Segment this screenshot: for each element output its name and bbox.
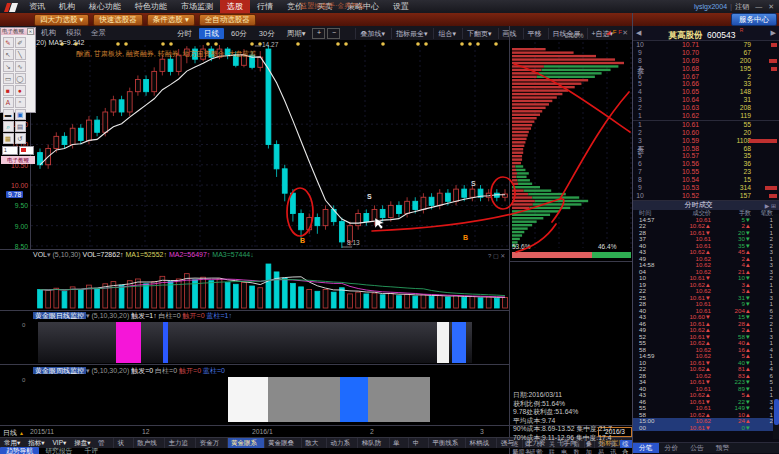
toolbar-tab-模拟[interactable]: 模拟 [61,28,86,38]
toolbar-tab-全景[interactable]: 全景 [86,28,111,38]
order-book-row[interactable]: 1010.52157 [633,192,779,200]
quote-tab-预警[interactable]: 预警 [710,443,736,453]
drawing-palette[interactable]: 电子教鞭 ✕ ✎✐↖╲↘∿▭◯■●Aⁿ▬▣⌕▤▦↺ 1 电子教鞭 [0,27,36,113]
logout-link[interactable]: 注销 [735,2,749,12]
toolbar-tab-机构[interactable]: 机构 [36,28,61,38]
info-tab-资讯[interactable]: 资讯 [608,440,620,448]
order-book-row[interactable]: 110.62119 [633,112,779,120]
template-tab-散大户[interactable]: 散大户 [302,438,327,448]
quote-tab-分笔[interactable]: 分笔 [633,443,659,453]
subnav-tab-千评[interactable]: 千评 [78,447,104,454]
panel-control-icons[interactable]: ? ▢ ✕ [488,252,505,259]
chip-panel-icons[interactable]: ◢ F F [606,28,622,35]
template-tab-黄金眼叠加[interactable]: 黄金眼叠加 [265,438,302,448]
template-tab-平衡线系统[interactable]: 平衡线系统 [429,438,466,448]
template-tab-主力追踪[interactable]: 主力追踪 [165,438,196,448]
menu-item-设置[interactable]: 设置 [386,0,416,13]
color-select[interactable] [19,146,35,155]
indicator2-header[interactable]: 黄金眼日线监控▾ (5,10,30,20) 触发=1↑ 白柱=0 触开=0 蓝柱… [33,311,232,321]
quote-tab-公告[interactable]: 公告 [684,443,710,453]
thick-line-icon[interactable]: ▬ [3,109,14,120]
template-tab-状态[interactable]: 状态 [114,438,134,448]
tick-row[interactable]: 0010.61▼0▼ [633,425,779,432]
indicator2-name[interactable]: 黄金眼日线监控 [33,312,86,319]
menu-item-市场监测[interactable]: 市场监测 [174,0,220,13]
pencil-icon[interactable]: ✎ [3,37,14,48]
filled-circle-icon[interactable]: ● [15,85,26,96]
template-tab-散户线类[interactable]: 散户线类 [134,438,165,448]
info-tab-财务[interactable]: 财务 [522,440,534,448]
template-tab-梯队防线[interactable]: 梯队防线 [358,438,389,448]
volume-chart[interactable] [30,250,512,310]
subnav-tab-趋势导航[interactable]: 趋势导航 [0,447,39,454]
marker-icon[interactable]: ✐ [15,37,26,48]
pointer-icon[interactable]: ↖ [3,49,14,60]
ribbon-button-快速选股器[interactable]: 快速选股器 [93,14,143,26]
ribbon-button-条件选股[interactable]: 条件选股 ▾ [147,14,195,26]
undo-icon[interactable]: ↺ [15,133,26,144]
quote-tab-分价[interactable]: 分价 [659,443,685,453]
chip-distribution-chart[interactable] [510,40,632,252]
period-周期▾[interactable]: 周期▾ [282,28,311,39]
period-60分[interactable]: 60分 [226,28,252,39]
template-tab-中轨[interactable]: 中轨 [409,438,429,448]
zoom-in-button[interactable]: + [312,28,325,39]
order-book-row[interactable]: 710.5523 [633,168,779,176]
candlestick-chart[interactable]: SBSB [30,40,512,250]
toolbar-button-组合[interactable]: 组合▾ [433,28,460,39]
palette-close-icon[interactable]: ✕ [27,28,34,35]
vol-name[interactable]: VOL [33,251,47,258]
nil-icon[interactable]: ⁿ [15,97,26,108]
order-book-row[interactable]: 610.5636 [633,160,779,168]
menu-item-核心功能[interactable]: 核心功能 [82,0,128,13]
order-book-row[interactable]: 810.5415 [633,176,779,184]
order-book-row[interactable]: 410.5868 [633,145,779,153]
order-book-row[interactable]: 510.5735 [633,152,779,160]
ellipse-icon[interactable]: ◯ [15,73,26,84]
period-日线[interactable]: 日线 [199,28,224,39]
close-button[interactable]: ✕ [768,3,774,11]
image-icon[interactable]: ▣ [15,109,26,120]
toolbar-button-叠加线[interactable]: 叠加线▾ [355,28,389,39]
info-tab-指数[interactable]: 指数 [571,440,583,448]
info-tab-关联[interactable]: 关联 [547,440,559,448]
zoom-icon[interactable]: ⌕ [3,121,14,132]
tick-list-icons[interactable]: ▶ ⊞ [765,202,779,209]
menu-item-资讯[interactable]: 资讯 [22,0,52,13]
order-book-row[interactable]: 310.6431 [633,96,779,104]
menu-item-机构[interactable]: 机构 [52,0,82,13]
info-tab-分价[interactable]: 分价 [534,440,546,448]
palette-title-bar[interactable]: 电子教鞭 ✕ [1,28,35,35]
line-width-select[interactable]: 1 [2,146,18,155]
ribbon-button-四大力选股[interactable]: 四大力选股 ▾ [34,14,89,26]
toolbar-button-指标最全[interactable]: 指标最全▾ [391,28,432,39]
info-tab-闪电[interactable]: 闪电 [559,440,571,448]
order-book-row[interactable]: 210.6020 [633,129,779,137]
save-icon[interactable]: ▤ [15,121,26,132]
period-分时[interactable]: 分时 [172,28,197,39]
order-book-row[interactable]: 910.7067 [633,49,779,57]
order-book-row[interactable]: 610.672 [633,73,779,81]
order-book-row[interactable]: 310.591108 [633,137,779,145]
scrollbar-thumb[interactable] [774,399,779,425]
flag-icon[interactable]: F [613,29,617,35]
template-tab-单阳[interactable]: 单阳 [390,438,410,448]
template-tab-黄金眼系统[interactable]: 黄金眼系统 [228,438,265,448]
info-tab-逐笔[interactable]: 逐笔 [510,440,522,448]
template-tab-杯柄战法[interactable]: 杯柄战法 [466,438,497,448]
info-tab-研究[interactable]: 研究 [527,448,544,454]
ribbon-button-全自动选股器[interactable]: 全自动选股器 [199,14,256,26]
zoom-out-button[interactable]: − [327,28,340,39]
pen-tool-icon[interactable]: ◢ [606,28,611,35]
minimize-button[interactable]: — [755,3,762,10]
period-30分[interactable]: 30分 [254,28,280,39]
filled-rect-icon[interactable]: ■ [3,85,14,96]
text-icon[interactable]: A [3,97,14,108]
vol-panel-header[interactable]: VOL▾ (5,10,30) VOL=72862↑ MA1=52552↑ MA2… [33,251,254,259]
info-tab-综合[interactable]: 综合 [620,440,632,448]
rect-icon[interactable]: ▭ [3,73,14,84]
indicator3-header[interactable]: 黄金眼周线监控▾ (5,10,30,20) 触发=0 白柱=0 触开=0 蓝柱=… [33,366,225,376]
order-book-row[interactable]: 710.68195 [633,65,779,73]
arrow-line-icon[interactable]: ↘ [3,61,14,72]
order-book-row[interactable]: 110.6155 [633,121,779,129]
